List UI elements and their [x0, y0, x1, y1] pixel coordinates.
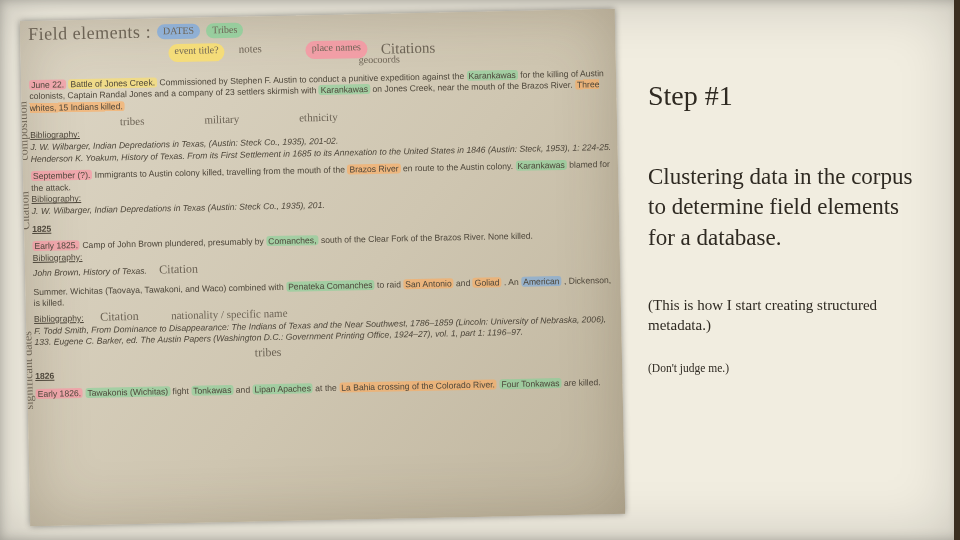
- sentence: and: [236, 384, 253, 394]
- hl-tribe: Tawakonis (Wichitas): [85, 386, 170, 398]
- hl-place: San Antonio: [403, 278, 454, 289]
- annot-ethnicity: ethnicity: [299, 109, 338, 125]
- entry-3: Early 1825. Camp of John Brown plundered…: [32, 229, 616, 281]
- pill-tribes: Tribes: [206, 23, 243, 38]
- accent-stripe: [954, 0, 960, 540]
- label-notes: notes: [238, 42, 262, 61]
- entry-2: September (?). Immigrants to Austin colo…: [31, 159, 615, 218]
- pill-event-title: event title?: [168, 43, 225, 63]
- annot-military: military: [204, 111, 239, 127]
- slide: composition Citation significant dates F…: [0, 0, 960, 540]
- sentence: Camp of John Brown plundered, presumably…: [82, 236, 266, 250]
- hl-place: Goliad: [473, 277, 502, 288]
- pill-dates: DATES: [157, 24, 200, 39]
- sentence: . An: [504, 276, 521, 286]
- hl-tribe: Tonkawas: [191, 385, 233, 396]
- sentence: and: [456, 277, 473, 287]
- sentence: Summer. Wichitas (Taovaya, Tawakoni, and…: [33, 281, 286, 296]
- hl-place: La Bahia crossing of the Colorado River.: [339, 379, 497, 392]
- hl-tribe: Karankawas: [319, 84, 370, 95]
- bib-line: John Brown, History of Texas.: [33, 266, 147, 278]
- body-line-1: Clustering data in the corpus to determi…: [648, 162, 914, 253]
- hl-date: June 22.: [29, 79, 66, 90]
- hl-tribe: Comanches,: [266, 235, 318, 246]
- sentence: are killed.: [564, 377, 601, 388]
- hl-tribe: Karankawas: [466, 70, 517, 81]
- step-heading: Step #1: [648, 80, 914, 112]
- printed-text: June 22. Battle of Jones Creek. Commissi…: [29, 68, 619, 401]
- hl-place: Brazos River: [347, 164, 400, 175]
- page-contents: Field elements : DATES Tribes event titl…: [28, 11, 619, 401]
- sentence: at the: [315, 383, 339, 393]
- annotated-corpus-photo: composition Citation significant dates F…: [20, 9, 625, 526]
- hl-date: Early 1825.: [32, 240, 80, 251]
- annot-tribes: tribes: [120, 113, 145, 128]
- hl-event: Battle of Jones Creek.: [68, 77, 157, 89]
- sentence: fight: [172, 386, 191, 396]
- label-field-elements: Field elements :: [28, 21, 151, 46]
- annot-nationality: nationality / specific name: [171, 306, 288, 320]
- body-line-2: (This is how I start creating structured…: [648, 295, 914, 336]
- sentence: to raid: [377, 279, 403, 290]
- entry-4: Summer. Wichitas (Taovaya, Tawakoni, and…: [33, 274, 618, 365]
- sentence: Immigrants to Austin colony killed, trav…: [95, 165, 348, 180]
- annot-citation: Citation: [159, 262, 198, 277]
- annot-citation: Citation: [100, 309, 139, 324]
- sentence: en route to the Austin colony.: [403, 161, 516, 173]
- bib-label: Bibliography:: [34, 313, 84, 324]
- hl-date: Early 1826.: [35, 388, 83, 399]
- hl-count: Four Tonkawas: [499, 378, 561, 389]
- hl-tribe: Karankawas: [515, 160, 566, 171]
- text-column: Step #1 Clustering data in the corpus to…: [620, 0, 960, 540]
- hl-nationality: American: [521, 275, 561, 286]
- body-line-3: (Don't judge me.): [648, 362, 914, 374]
- hl-date: September (?).: [31, 170, 93, 181]
- hl-tribe: Lipan Apaches: [252, 383, 313, 394]
- hl-tribe: Penateka Comanches: [286, 279, 375, 291]
- entry-1: June 22. Battle of Jones Creek. Commissi…: [29, 68, 614, 166]
